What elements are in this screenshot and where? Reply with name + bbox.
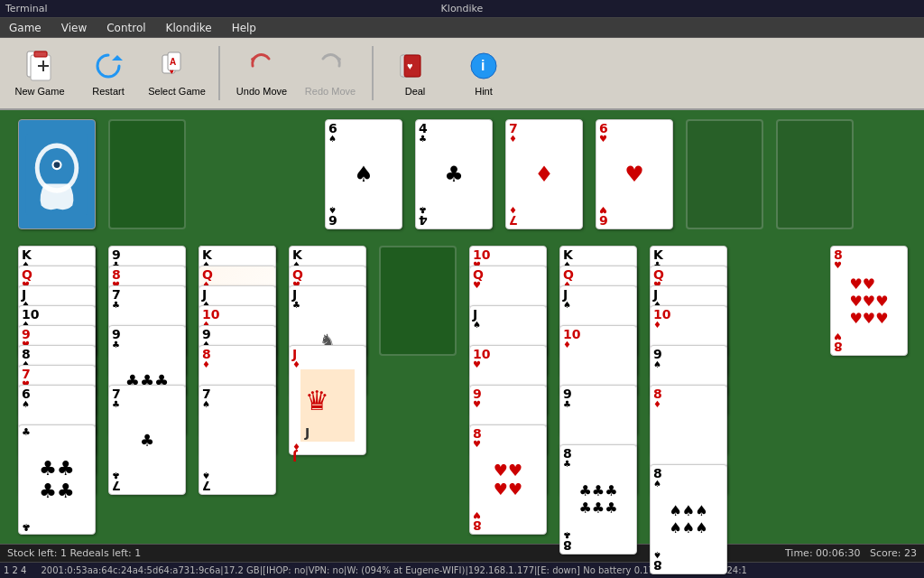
restart-button[interactable]: Restart	[78, 42, 139, 104]
foundation-6-empty[interactable]	[776, 119, 854, 229]
hint-icon: i	[467, 50, 500, 82]
window-title: Klondike	[441, 3, 484, 14]
gnome-logo	[25, 134, 88, 215]
foundation-4[interactable]: 6 ♥ ♥ 6 ♥	[596, 119, 673, 229]
foundation-3[interactable]: 7 ♦ ♦ 7 ♦	[505, 119, 583, 229]
c3-7[interactable]: 7♠ 7♠	[199, 385, 276, 495]
deal-icon: ♥	[399, 50, 431, 82]
undo-icon	[245, 50, 278, 82]
menu-control[interactable]: Control	[103, 20, 149, 36]
select-game-icon: A ♥	[161, 50, 193, 82]
redo-move-label: Redo Move	[305, 86, 356, 97]
svg-text:i: i	[481, 58, 485, 73]
svg-rect-2	[34, 51, 47, 57]
hint-button[interactable]: i Hint	[453, 42, 514, 104]
game-area: 6 ♠ ♠ 6 ♠ 4 ♣ ♣ 4 ♣ 7 ♦ ♦ 7 ♦	[0, 110, 924, 544]
app-name: Terminal	[5, 3, 48, 14]
new-game-label: New Game	[14, 86, 64, 97]
toolbar-separator-2	[372, 46, 374, 100]
waste-pile[interactable]	[108, 119, 186, 229]
svg-text:A: A	[170, 57, 176, 67]
status-bar: Stock left: 1 Redeals left: 1 Time: 00:0…	[0, 544, 924, 562]
undo-move-label: Undo Move	[236, 86, 287, 97]
status-right-text: Time: 00:06:30 Score: 23	[785, 547, 917, 559]
title-bar: Terminal Klondike	[0, 0, 924, 18]
c6-8[interactable]: 8♥ ♥♥♥♥ 8♥	[469, 424, 547, 535]
svg-text:♥: ♥	[170, 68, 174, 76]
menu-view[interactable]: View	[58, 20, 90, 36]
restart-label: Restart	[92, 86, 124, 97]
tableau-col-5-empty[interactable]	[379, 246, 457, 356]
new-game-icon	[23, 50, 56, 82]
svg-text:♛: ♛	[305, 385, 329, 416]
hint-label: Hint	[475, 86, 493, 97]
select-game-button[interactable]: A ♥ Select Game	[146, 42, 208, 104]
svg-text:J: J	[304, 425, 310, 440]
toolbar: New Game Restart A ♥ Select Game	[0, 38, 924, 110]
score-value: Score: 23	[870, 547, 917, 559]
c8-8b[interactable]: 8♠ ♠♠♠♠♠♠ 8♠	[650, 464, 727, 574]
taskbar-workspaces: 1 2 4	[4, 565, 26, 575]
select-game-label: Select Game	[148, 86, 206, 97]
stock-pile[interactable]	[18, 119, 96, 229]
toolbar-separator-1	[218, 46, 220, 100]
taskbar: 1 2 4 2001:0:53aa:64c:24a4:5d64:a731:9c6…	[0, 562, 924, 578]
svg-point-22	[54, 162, 60, 168]
svg-text:♥: ♥	[407, 61, 413, 71]
taskbar-sysinfo: 2001:0:53aa:64c:24a4:5d64:a731:9c6a|17.2…	[41, 565, 920, 575]
menu-bar: Game View Control Klondike Help	[0, 18, 924, 38]
svg-marker-5	[112, 55, 123, 61]
c7-8[interactable]: 8♣ ♣♣♣♣♣♣ 8♣	[559, 444, 637, 555]
new-game-button[interactable]: New Game	[9, 42, 70, 104]
status-left-text: Stock left: 1 Redeals left: 1	[7, 547, 396, 559]
card-clubs-bot[interactable]: ♣ ♣♣♣♣ ♣	[18, 424, 96, 535]
menu-klondike[interactable]: Klondike	[162, 20, 216, 36]
card-7clubs-bot[interactable]: 7♣ ♣ 7♣	[108, 385, 186, 495]
foundation-1[interactable]: 6 ♠ ♠ 6 ♠	[325, 119, 402, 229]
c4-j2[interactable]: J♦ ♛ J J♦	[289, 345, 366, 455]
undo-move-button[interactable]: Undo Move	[231, 42, 292, 104]
redo-icon	[314, 50, 346, 82]
restart-icon	[92, 50, 125, 82]
foundation-2[interactable]: 4 ♣ ♣ 4 ♣	[415, 119, 493, 229]
menu-game[interactable]: Game	[5, 20, 45, 36]
menu-help[interactable]: Help	[228, 20, 260, 36]
c9-8[interactable]: 8♥ ♥♥♥♥♥♥♥♥ 8♥	[830, 246, 908, 356]
svg-rect-1	[31, 55, 51, 80]
foundation-5-empty[interactable]	[686, 119, 763, 229]
redo-move-button[interactable]: Redo Move	[300, 42, 361, 104]
deal-button[interactable]: ♥ Deal	[384, 42, 446, 104]
deal-label: Deal	[405, 86, 426, 97]
